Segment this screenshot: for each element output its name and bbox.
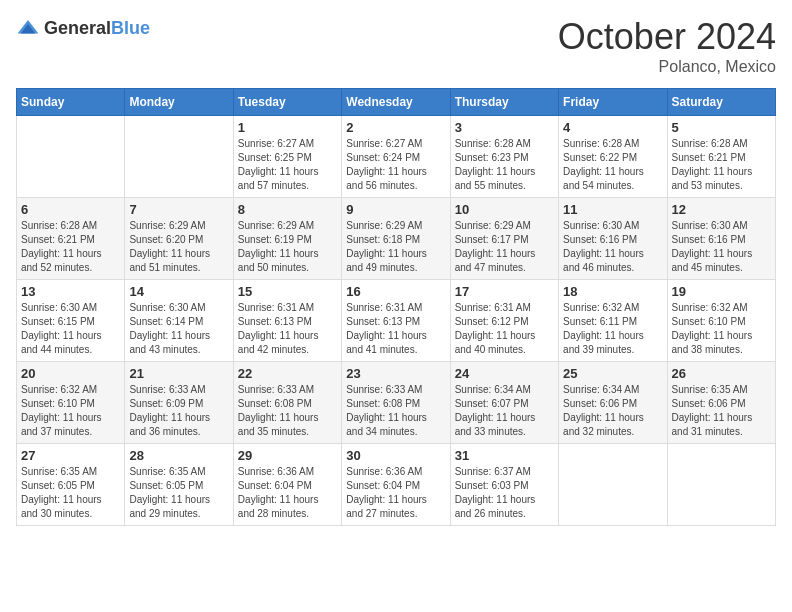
day-number: 5 [672,120,771,135]
calendar-cell: 8 Sunrise: 6:29 AM Sunset: 6:19 PM Dayli… [233,198,341,280]
sunrise-label: Sunrise: 6:28 AM [672,138,748,149]
day-number: 10 [455,202,554,217]
day-number: 19 [672,284,771,299]
day-number: 20 [21,366,120,381]
calendar-cell: 27 Sunrise: 6:35 AM Sunset: 6:05 PM Dayl… [17,444,125,526]
daylight-label: Daylight: 11 hours and 41 minutes. [346,330,427,355]
day-number: 30 [346,448,445,463]
sunset-label: Sunset: 6:21 PM [21,234,95,245]
calendar-cell: 17 Sunrise: 6:31 AM Sunset: 6:12 PM Dayl… [450,280,558,362]
day-number: 13 [21,284,120,299]
sunset-label: Sunset: 6:04 PM [238,480,312,491]
sunset-label: Sunset: 6:11 PM [563,316,637,327]
sunset-label: Sunset: 6:15 PM [21,316,95,327]
calendar-cell: 10 Sunrise: 6:29 AM Sunset: 6:17 PM Dayl… [450,198,558,280]
calendar-cell: 18 Sunrise: 6:32 AM Sunset: 6:11 PM Dayl… [559,280,667,362]
weekday-header-monday: Monday [125,89,233,116]
day-info: Sunrise: 6:36 AM Sunset: 6:04 PM Dayligh… [346,465,445,521]
day-info: Sunrise: 6:37 AM Sunset: 6:03 PM Dayligh… [455,465,554,521]
day-info: Sunrise: 6:29 AM Sunset: 6:20 PM Dayligh… [129,219,228,275]
sunrise-label: Sunrise: 6:29 AM [455,220,531,231]
calendar-header-row: SundayMondayTuesdayWednesdayThursdayFrid… [17,89,776,116]
weekday-header-wednesday: Wednesday [342,89,450,116]
sunrise-label: Sunrise: 6:27 AM [238,138,314,149]
calendar-cell [17,116,125,198]
sunrise-label: Sunrise: 6:29 AM [129,220,205,231]
calendar-cell: 7 Sunrise: 6:29 AM Sunset: 6:20 PM Dayli… [125,198,233,280]
daylight-label: Daylight: 11 hours and 27 minutes. [346,494,427,519]
sunset-label: Sunset: 6:13 PM [346,316,420,327]
daylight-label: Daylight: 11 hours and 30 minutes. [21,494,102,519]
day-number: 23 [346,366,445,381]
calendar-cell: 26 Sunrise: 6:35 AM Sunset: 6:06 PM Dayl… [667,362,775,444]
sunset-label: Sunset: 6:09 PM [129,398,203,409]
day-info: Sunrise: 6:31 AM Sunset: 6:13 PM Dayligh… [346,301,445,357]
day-number: 26 [672,366,771,381]
day-info: Sunrise: 6:33 AM Sunset: 6:09 PM Dayligh… [129,383,228,439]
daylight-label: Daylight: 11 hours and 50 minutes. [238,248,319,273]
calendar-cell: 4 Sunrise: 6:28 AM Sunset: 6:22 PM Dayli… [559,116,667,198]
daylight-label: Daylight: 11 hours and 54 minutes. [563,166,644,191]
logo-text-general: General [44,18,111,38]
calendar-cell: 2 Sunrise: 6:27 AM Sunset: 6:24 PM Dayli… [342,116,450,198]
sunset-label: Sunset: 6:07 PM [455,398,529,409]
day-info: Sunrise: 6:29 AM Sunset: 6:18 PM Dayligh… [346,219,445,275]
day-info: Sunrise: 6:30 AM Sunset: 6:16 PM Dayligh… [672,219,771,275]
sunrise-label: Sunrise: 6:34 AM [563,384,639,395]
calendar-cell [667,444,775,526]
sunrise-label: Sunrise: 6:35 AM [21,466,97,477]
day-info: Sunrise: 6:28 AM Sunset: 6:21 PM Dayligh… [21,219,120,275]
day-number: 12 [672,202,771,217]
day-number: 8 [238,202,337,217]
sunrise-label: Sunrise: 6:33 AM [129,384,205,395]
day-info: Sunrise: 6:28 AM Sunset: 6:21 PM Dayligh… [672,137,771,193]
calendar-cell: 22 Sunrise: 6:33 AM Sunset: 6:08 PM Dayl… [233,362,341,444]
calendar-week-row: 20 Sunrise: 6:32 AM Sunset: 6:10 PM Dayl… [17,362,776,444]
calendar-cell: 15 Sunrise: 6:31 AM Sunset: 6:13 PM Dayl… [233,280,341,362]
sunrise-label: Sunrise: 6:27 AM [346,138,422,149]
day-number: 2 [346,120,445,135]
sunrise-label: Sunrise: 6:33 AM [346,384,422,395]
day-number: 24 [455,366,554,381]
sunrise-label: Sunrise: 6:32 AM [563,302,639,313]
daylight-label: Daylight: 11 hours and 38 minutes. [672,330,753,355]
calendar-cell: 21 Sunrise: 6:33 AM Sunset: 6:09 PM Dayl… [125,362,233,444]
sunrise-label: Sunrise: 6:30 AM [563,220,639,231]
calendar-cell: 1 Sunrise: 6:27 AM Sunset: 6:25 PM Dayli… [233,116,341,198]
sunset-label: Sunset: 6:25 PM [238,152,312,163]
sunset-label: Sunset: 6:08 PM [346,398,420,409]
sunrise-label: Sunrise: 6:29 AM [346,220,422,231]
title-area: October 2024 Polanco, Mexico [558,16,776,76]
day-number: 29 [238,448,337,463]
day-info: Sunrise: 6:33 AM Sunset: 6:08 PM Dayligh… [346,383,445,439]
sunset-label: Sunset: 6:03 PM [455,480,529,491]
day-number: 3 [455,120,554,135]
sunset-label: Sunset: 6:05 PM [21,480,95,491]
sunset-label: Sunset: 6:10 PM [21,398,95,409]
calendar-cell: 14 Sunrise: 6:30 AM Sunset: 6:14 PM Dayl… [125,280,233,362]
daylight-label: Daylight: 11 hours and 35 minutes. [238,412,319,437]
day-number: 21 [129,366,228,381]
calendar-cell: 24 Sunrise: 6:34 AM Sunset: 6:07 PM Dayl… [450,362,558,444]
sunset-label: Sunset: 6:17 PM [455,234,529,245]
sunrise-label: Sunrise: 6:37 AM [455,466,531,477]
daylight-label: Daylight: 11 hours and 46 minutes. [563,248,644,273]
daylight-label: Daylight: 11 hours and 26 minutes. [455,494,536,519]
sunrise-label: Sunrise: 6:32 AM [672,302,748,313]
weekday-header-tuesday: Tuesday [233,89,341,116]
daylight-label: Daylight: 11 hours and 55 minutes. [455,166,536,191]
sunset-label: Sunset: 6:04 PM [346,480,420,491]
sunrise-label: Sunrise: 6:28 AM [455,138,531,149]
sunset-label: Sunset: 6:16 PM [563,234,637,245]
calendar-cell: 25 Sunrise: 6:34 AM Sunset: 6:06 PM Dayl… [559,362,667,444]
daylight-label: Daylight: 11 hours and 28 minutes. [238,494,319,519]
sunrise-label: Sunrise: 6:33 AM [238,384,314,395]
daylight-label: Daylight: 11 hours and 43 minutes. [129,330,210,355]
sunrise-label: Sunrise: 6:28 AM [21,220,97,231]
day-info: Sunrise: 6:31 AM Sunset: 6:13 PM Dayligh… [238,301,337,357]
calendar-cell: 28 Sunrise: 6:35 AM Sunset: 6:05 PM Dayl… [125,444,233,526]
calendar-cell: 29 Sunrise: 6:36 AM Sunset: 6:04 PM Dayl… [233,444,341,526]
calendar-cell: 12 Sunrise: 6:30 AM Sunset: 6:16 PM Dayl… [667,198,775,280]
calendar-cell: 3 Sunrise: 6:28 AM Sunset: 6:23 PM Dayli… [450,116,558,198]
sunrise-label: Sunrise: 6:31 AM [238,302,314,313]
